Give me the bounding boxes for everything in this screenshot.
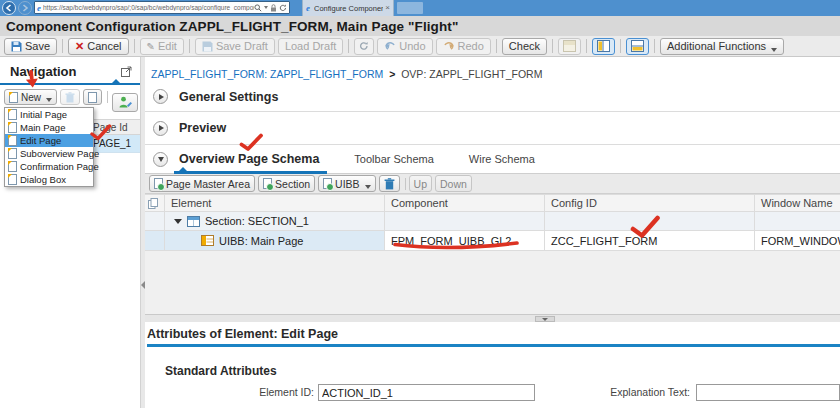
menu-item-edit-page[interactable]: Edit Page (5, 134, 93, 147)
column-header-element[interactable]: Element (165, 194, 385, 212)
load-draft-button[interactable]: Load Draft (278, 38, 343, 55)
lock-icon (270, 4, 277, 12)
page-title: Component Configuration ZAPPL_FLIGHT_FOR… (6, 19, 458, 34)
refresh-button[interactable] (354, 38, 374, 55)
redo-button[interactable]: Redo (436, 38, 491, 55)
navigation-panel: Navigation New Pa (0, 57, 140, 408)
show-attributes-panel-button[interactable] (626, 38, 649, 55)
general-settings-toggle[interactable] (153, 89, 168, 104)
explanation-text-input[interactable] (696, 384, 840, 401)
navigation-title: Navigation (10, 64, 76, 79)
undo-arrow-icon (384, 41, 396, 51)
title-bar: Component Configuration ZAPPL_FLIGHT_FOR… (0, 16, 840, 36)
sap-configuration-editor-window: e https://sap/bc/webdynpro/sap/;0/sap/bc… (0, 0, 840, 408)
table-row-uibb[interactable]: UIBB: Main Page FPM_FORM_UIBB_GL2 ZCC_FL… (145, 231, 840, 251)
tab-toolbar-schema[interactable]: Toolbar Schema (354, 153, 434, 165)
uibb-component: FPM_FORM_UIBB_GL2 (385, 231, 545, 251)
cancel-x-icon: ✕ (75, 40, 84, 53)
assign-user-button[interactable] (112, 93, 138, 112)
panel-layout-disabled-button[interactable] (558, 38, 581, 55)
select-column-icon[interactable] (148, 198, 158, 209)
dropdown-caret-icon (46, 98, 52, 102)
element-id-input[interactable] (318, 384, 535, 401)
new-page-icon (8, 122, 17, 133)
column-header-window-name[interactable]: Window Name (755, 194, 840, 212)
menu-item-confirmation-page[interactable]: Confirmation Page (5, 160, 93, 173)
horizontal-splitter[interactable] (145, 314, 840, 322)
save-draft-button[interactable]: Save Draft (195, 38, 275, 55)
expand-panel-icon[interactable] (121, 66, 132, 77)
menu-item-main-page[interactable]: Main Page (5, 121, 93, 134)
preview-toggle[interactable] (153, 121, 168, 136)
tab-close-icon[interactable]: × (385, 4, 390, 12)
browser-back-button[interactable] (2, 1, 16, 15)
menu-item-suboverview-page[interactable]: Suboverview Page (5, 147, 93, 160)
menu-item-dialog-box[interactable]: Dialog Box (5, 173, 93, 186)
uibb-icon (201, 235, 214, 246)
uibb-config-id: ZCC_FLIGHT_FORM (545, 231, 755, 251)
browser-forward-button[interactable] (18, 1, 32, 15)
person-with-pencil-icon (118, 96, 133, 109)
search-icon[interactable] (254, 4, 262, 12)
tab-title: Configure Component (314, 4, 383, 13)
column-header-component[interactable]: Component (385, 194, 545, 212)
table-row-section[interactable]: Section: SECTION_1 (145, 212, 840, 231)
delete-page-button[interactable] (60, 89, 80, 105)
page-add-icon (154, 178, 163, 189)
schema-table-header: Element Component Config ID Window Name (145, 194, 840, 212)
main-toolbar: Save ✕ Cancel ✎ Edit Save Draft Load Dra… (0, 36, 840, 57)
panel-icon (563, 40, 576, 52)
floppy-disk-icon (11, 41, 22, 52)
copy-page-button[interactable] (83, 89, 102, 105)
show-navigation-panel-button[interactable] (592, 38, 615, 55)
browser-tab[interactable]: e Configure Component × (302, 0, 394, 16)
ie-icon: e (37, 3, 41, 13)
move-up-button[interactable]: Up (409, 175, 432, 192)
explanation-text-label: Explanation Text: (610, 386, 690, 398)
schema-toolbar: Page Master Area Section UIBB Up (145, 173, 840, 194)
save-button[interactable]: Save (4, 38, 57, 55)
menu-item-initial-page[interactable]: Initial Page (5, 108, 93, 121)
check-button[interactable]: Check (502, 38, 547, 55)
dropdown-caret-icon (771, 48, 777, 52)
attributes-accent-rule (147, 344, 840, 347)
move-down-button[interactable]: Down (435, 175, 472, 192)
general-settings-title: General Settings (179, 90, 278, 104)
browser-chrome: e https://sap/bc/webdynpro/sap/;0/sap/bc… (0, 0, 840, 16)
tab-ie-icon: e (306, 3, 310, 13)
delete-element-button[interactable] (379, 175, 400, 192)
add-uibb-button[interactable]: UIBB (318, 175, 376, 192)
cancel-button[interactable]: ✕ Cancel (68, 38, 128, 55)
undo-button[interactable]: Undo (377, 38, 432, 55)
add-section-button[interactable]: Section (258, 175, 315, 192)
breadcrumb: ZAPPL_FLIGHT_FORM: ZAPPL_FLIGHT_FORM > O… (145, 57, 840, 82)
add-page-master-area-button[interactable]: Page Master Area (149, 175, 255, 192)
page-add-icon (263, 178, 272, 189)
edit-button[interactable]: ✎ Edit (140, 38, 184, 55)
page-icon (88, 92, 97, 103)
schema-empty-area (145, 251, 840, 314)
new-page-icon (8, 161, 17, 172)
element-id-label: Element ID: (242, 386, 314, 398)
breadcrumb-separator: > (389, 68, 395, 80)
vertical-split-panel-icon (597, 40, 610, 52)
new-page-icon (8, 174, 17, 185)
tab-wire-schema[interactable]: Wire Schema (469, 153, 535, 165)
column-header-config-id[interactable]: Config ID (545, 194, 755, 212)
address-dropdown-icon[interactable] (264, 6, 268, 9)
navigation-accent-rule (0, 83, 140, 85)
additional-functions-button[interactable]: Additional Functions (660, 38, 784, 55)
collapse-row-icon[interactable] (174, 219, 182, 224)
new-page-icon (9, 92, 18, 103)
trash-icon (384, 178, 395, 190)
new-page-icon (8, 148, 17, 159)
new-page-button[interactable]: New (4, 89, 57, 105)
overview-schema-toggle[interactable] (153, 152, 168, 167)
breadcrumb-link[interactable]: ZAPPL_FLIGHT_FORM: ZAPPL_FLIGHT_FORM (151, 68, 383, 80)
new-tab-button[interactable] (397, 2, 423, 14)
section-icon (187, 216, 200, 227)
refresh-icon[interactable] (279, 4, 287, 12)
tab-overview-page-schema[interactable]: Overview Page Schema (179, 152, 319, 166)
browser-address-bar[interactable]: e https://sap/bc/webdynpro/sap/;0/sap/bc… (34, 1, 290, 14)
standard-attributes-title: Standard Attributes (165, 364, 840, 378)
